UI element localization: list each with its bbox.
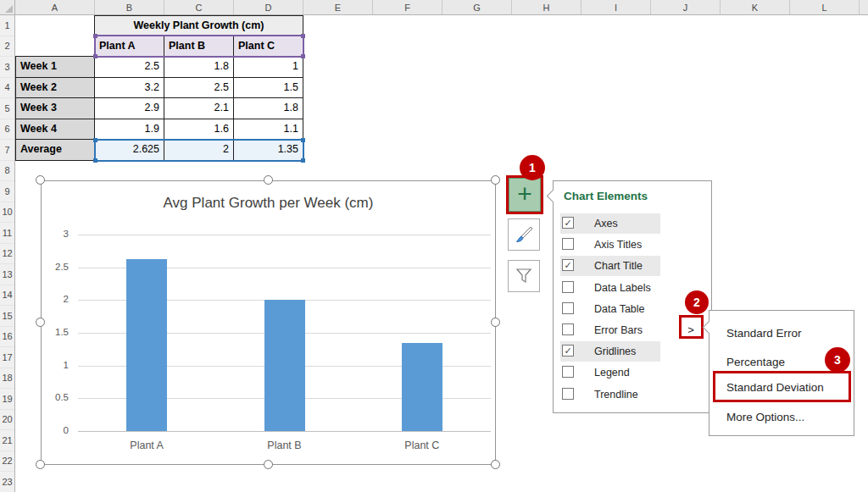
row-header-18[interactable]: 18: [0, 368, 14, 390]
bar-plant-a[interactable]: [126, 259, 167, 431]
row-header-9[interactable]: 9: [0, 181, 14, 202]
element-item-label: Error Bars: [594, 320, 643, 340]
chart-resize-handle[interactable]: [264, 460, 273, 469]
column-header-C[interactable]: C: [164, 0, 234, 14]
row-header-6[interactable]: 6: [0, 119, 14, 141]
unchecked-checkbox[interactable]: [562, 388, 574, 400]
bar-chart[interactable]: Avg Plant Growth per Week (cm) 00.511.52…: [41, 180, 496, 465]
column-header-E[interactable]: E: [303, 0, 373, 14]
chart-elements-button[interactable]: +: [509, 178, 541, 212]
row-header-8[interactable]: 8: [0, 161, 14, 182]
value-cell[interactable]: 1.6: [164, 119, 234, 141]
row-header-13[interactable]: 13: [0, 264, 14, 285]
panel-notch: [547, 190, 560, 203]
chart-resize-handle[interactable]: [36, 175, 45, 185]
row-header-12[interactable]: 12: [0, 244, 14, 265]
unchecked-checkbox[interactable]: [562, 366, 574, 378]
row-label-cell[interactable]: Week 3: [15, 98, 95, 119]
element-item-legend[interactable]: Legend: [554, 362, 711, 383]
row-label-cell[interactable]: Week 2: [15, 78, 95, 99]
value-cell[interactable]: 1.5: [234, 78, 303, 99]
bar-plant-b[interactable]: [264, 300, 305, 431]
element-item-label: Axis Titles: [594, 235, 642, 255]
chart-resize-handle[interactable]: [264, 175, 273, 185]
checked-checkbox[interactable]: ✓: [562, 217, 574, 229]
value-cell[interactable]: 1.9: [95, 119, 164, 141]
value-cell[interactable]: 1.8: [234, 98, 303, 119]
chart-title[interactable]: Avg Plant Growth per Week (cm): [42, 195, 495, 212]
value-cell[interactable]: 2.5: [95, 57, 164, 78]
x-category-label: Plant B: [238, 439, 331, 451]
chart-resize-handle[interactable]: [491, 175, 500, 185]
row-header-2[interactable]: 2: [0, 36, 14, 58]
value-cell[interactable]: 1: [234, 57, 303, 78]
cell-A1[interactable]: [15, 15, 95, 36]
column-header-H[interactable]: H: [512, 0, 581, 14]
table-title-cell[interactable]: Weekly Plant Growth (cm): [95, 15, 303, 36]
row-header-20[interactable]: 20: [0, 410, 14, 431]
row-header-4[interactable]: 4: [0, 78, 14, 99]
row-header-10[interactable]: 10: [0, 202, 14, 224]
column-header-F[interactable]: F: [373, 0, 442, 14]
element-item-gridlines[interactable]: ✓Gridlines: [554, 341, 711, 362]
column-header-G[interactable]: G: [442, 0, 512, 14]
value-cell[interactable]: 1.1: [234, 119, 303, 141]
column-header-L[interactable]: L: [790, 0, 860, 14]
column-header-J[interactable]: J: [651, 0, 721, 14]
submenu-item-more-options-[interactable]: More Options...: [726, 408, 804, 427]
value-cell[interactable]: 3.2: [95, 78, 164, 99]
chart-resize-handle[interactable]: [491, 460, 500, 469]
element-item-axis-titles[interactable]: Axis Titles: [554, 235, 711, 255]
unchecked-checkbox[interactable]: [562, 302, 574, 314]
row-header-15[interactable]: 15: [0, 306, 14, 327]
unchecked-checkbox[interactable]: [562, 323, 574, 335]
chart-filters-button[interactable]: [508, 260, 540, 292]
column-header-B[interactable]: B: [95, 0, 164, 14]
value-cell[interactable]: 2.1: [164, 98, 234, 119]
element-item-label: Trendline: [594, 384, 638, 405]
row-header-11[interactable]: 11: [0, 223, 14, 244]
column-header-D[interactable]: D: [234, 0, 303, 14]
row-header-17[interactable]: 17: [0, 347, 14, 368]
element-item-trendline[interactable]: Trendline: [554, 384, 711, 405]
step-badge-3: 3: [825, 347, 850, 373]
column-header-A[interactable]: A: [15, 0, 95, 14]
element-item-chart-title[interactable]: ✓Chart Title: [554, 256, 711, 276]
row-header-3[interactable]: 3: [0, 57, 14, 78]
row-header-22[interactable]: 22: [0, 451, 14, 473]
row-label-cell[interactable]: Week 1: [15, 57, 95, 78]
row-header-14[interactable]: 14: [0, 285, 14, 307]
cell-A2[interactable]: [15, 36, 95, 58]
select-all-corner[interactable]: [0, 0, 15, 15]
checked-checkbox[interactable]: ✓: [562, 259, 574, 271]
value-cell[interactable]: 2.9: [95, 98, 164, 119]
row-header-23[interactable]: 23: [0, 472, 14, 492]
column-header-I[interactable]: I: [581, 0, 651, 14]
row-header-19[interactable]: 19: [0, 389, 14, 410]
chart-resize-handle[interactable]: [491, 318, 500, 327]
unchecked-checkbox[interactable]: [562, 281, 574, 293]
element-item-label: Gridlines: [594, 341, 636, 362]
x-category-label: Plant C: [376, 439, 469, 451]
unchecked-checkbox[interactable]: [562, 238, 574, 250]
row-headers: 1234567891011121314151617181920212223: [0, 15, 15, 492]
submenu-item-standard-error[interactable]: Standard Error: [726, 324, 802, 343]
column-header-K[interactable]: K: [721, 0, 790, 14]
checked-checkbox[interactable]: ✓: [562, 345, 574, 357]
row-header-21[interactable]: 21: [0, 430, 14, 451]
row-header-7[interactable]: 7: [0, 140, 14, 161]
row-header-5[interactable]: 5: [0, 98, 14, 119]
element-item-axes[interactable]: ✓Axes: [554, 213, 711, 234]
submenu-item-percentage[interactable]: Percentage: [726, 353, 785, 372]
row-label-cell[interactable]: Average: [15, 140, 95, 161]
chart-styles-button[interactable]: [508, 218, 540, 251]
row-label-cell[interactable]: Week 4: [15, 119, 95, 141]
value-cell[interactable]: 2.5: [164, 78, 234, 99]
row-header-1[interactable]: 1: [0, 15, 14, 36]
bar-plant-c[interactable]: [402, 343, 442, 431]
chart-resize-handle[interactable]: [36, 460, 45, 469]
chart-resize-handle[interactable]: [36, 318, 45, 327]
row-header-16[interactable]: 16: [0, 327, 14, 348]
value-cell[interactable]: 1.8: [164, 57, 234, 78]
y-tick-label: 0.5: [43, 392, 69, 402]
